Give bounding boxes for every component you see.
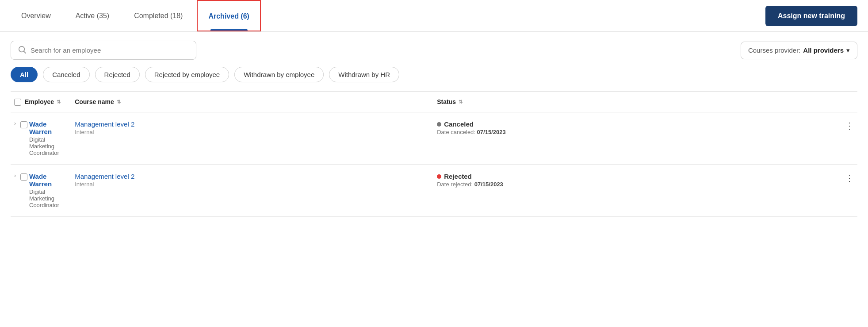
tab-overview[interactable]: Overview (11, 0, 61, 31)
search-box (11, 41, 196, 60)
row-checkbox-1[interactable] (20, 173, 27, 181)
row-expand-icon-0[interactable]: › (14, 120, 16, 127)
filter-chip-canceled[interactable]: Canceled (43, 67, 89, 82)
table-row: › Wade Warren Digital Marketing Coordina… (11, 112, 857, 165)
course-type-0: Internal (75, 129, 423, 135)
filter-chip-rejected[interactable]: Rejected (95, 67, 140, 82)
status-dot-1 (437, 174, 441, 179)
course-sort-icon[interactable]: ⇅ (117, 100, 121, 104)
status-label-1: Rejected (444, 173, 472, 180)
row-employee-cell-0: › Wade Warren Digital Marketing Coordina… (11, 112, 68, 165)
toolbar: Courses provider: All providers ▾ (0, 32, 868, 67)
filters-container: AllCanceledRejectedRejected by employeeW… (0, 67, 868, 91)
table-body: › Wade Warren Digital Marketing Coordina… (11, 112, 857, 217)
filter-chip-all[interactable]: All (11, 67, 38, 82)
tab-completed[interactable]: Completed (18) (123, 0, 193, 31)
course-name-0[interactable]: Management level 2 (75, 120, 423, 128)
tab-archived[interactable]: Archived (6) (197, 0, 260, 31)
row-status-cell-0: Canceled Date canceled: 07/15/2023 (430, 112, 836, 165)
svg-line-1 (24, 51, 26, 53)
assign-new-training-button[interactable]: Assign new training (765, 6, 857, 26)
table-header: Employee ⇅ Course name ⇅ Status ⇅ (11, 92, 857, 112)
status-dot-0 (437, 122, 441, 127)
select-all-header: Employee ⇅ (11, 92, 68, 112)
search-icon (18, 46, 26, 55)
employee-title-0: Digital Marketing Coordinator (29, 136, 61, 156)
filter-chip-rejected-by-employee[interactable]: Rejected by employee (145, 67, 229, 82)
status-date-1: Date rejected: 07/15/2023 (437, 181, 829, 188)
select-all-checkbox[interactable] (14, 99, 21, 106)
tabs-container: OverviewActive (35)Completed (18)Archive… (11, 0, 261, 31)
chevron-down-icon: ▾ (846, 46, 850, 54)
training-table: Employee ⇅ Course name ⇅ Status ⇅ (11, 91, 857, 217)
status-label-0: Canceled (444, 120, 474, 128)
employee-col-header: Employee ⇅ (25, 98, 61, 105)
employee-name-0[interactable]: Wade Warren (29, 120, 61, 135)
row-course-cell-1: Management level 2 Internal (68, 165, 430, 217)
status-col-header: Status ⇅ (430, 92, 836, 112)
row-expand-icon-1[interactable]: › (14, 173, 16, 179)
courses-provider-dropdown[interactable]: Courses provider: All providers ▾ (741, 42, 857, 59)
status-date-value-1: 07/15/2023 (474, 181, 503, 188)
tab-active[interactable]: Active (35) (65, 0, 120, 31)
filter-chip-withdrawn-by-hr[interactable]: Withdrawn by HR (329, 67, 399, 82)
status-date-value-0: 07/15/2023 (477, 129, 506, 135)
top-navigation: OverviewActive (35)Completed (18)Archive… (0, 0, 868, 32)
row-status-cell-1: Rejected Date rejected: 07/15/2023 (430, 165, 836, 217)
course-col-header: Course name ⇅ (68, 92, 430, 112)
provider-label-text: Courses provider: (748, 46, 800, 54)
employee-sort-icon[interactable]: ⇅ (57, 100, 61, 104)
table-container: Employee ⇅ Course name ⇅ Status ⇅ (0, 91, 868, 217)
row-employee-cell-1: › Wade Warren Digital Marketing Coordina… (11, 165, 68, 217)
employee-title-1: Digital Marketing Coordinator (29, 189, 61, 208)
row-more-actions-1[interactable]: ⋮ (836, 165, 857, 217)
course-type-1: Internal (75, 181, 423, 188)
search-input[interactable] (31, 46, 189, 54)
actions-col-header (836, 92, 857, 112)
course-name-1[interactable]: Management level 2 (75, 173, 423, 180)
table-row: › Wade Warren Digital Marketing Coordina… (11, 165, 857, 217)
status-date-0: Date canceled: 07/15/2023 (437, 129, 829, 135)
row-checkbox-0[interactable] (20, 121, 27, 128)
status-sort-icon[interactable]: ⇅ (459, 100, 463, 104)
filter-chip-withdrawn-by-employee[interactable]: Withdrawn by employee (234, 67, 324, 82)
employee-name-1[interactable]: Wade Warren (29, 173, 61, 188)
row-course-cell-0: Management level 2 Internal (68, 112, 430, 165)
row-more-actions-0[interactable]: ⋮ (836, 112, 857, 165)
provider-value-text: All providers (803, 46, 844, 54)
